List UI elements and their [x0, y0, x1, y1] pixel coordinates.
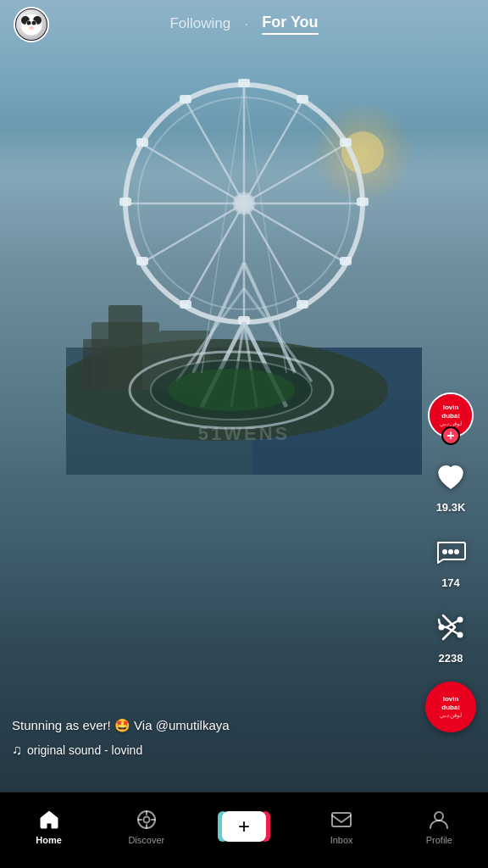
for-you-tab[interactable]: For You — [262, 14, 318, 35]
top-navigation: Following · For You — [0, 0, 488, 47]
svg-point-69 — [435, 812, 443, 821]
like-action[interactable]: 19.3K — [430, 455, 472, 514]
heart-icon[interactable] — [430, 455, 472, 498]
inbox-label: Inbox — [330, 835, 353, 845]
nav-profile[interactable]: Profile — [413, 808, 464, 845]
follow-plus-badge[interactable]: + — [441, 426, 460, 445]
following-tab[interactable]: Following — [169, 15, 230, 32]
svg-point-46 — [168, 369, 295, 411]
bottom-navigation: Home Discover + Inbox — [0, 792, 488, 868]
svg-rect-31 — [180, 300, 191, 309]
svg-point-1 — [341, 131, 384, 174]
nav-create[interactable]: + — [219, 811, 269, 842]
svg-rect-6 — [108, 305, 142, 390]
caption-area: Stunning as ever! 🤩 Via @umutilkaya ♫ or… — [12, 716, 420, 758]
profile-icon — [427, 808, 451, 832]
nav-home[interactable]: Home — [24, 808, 75, 845]
share-icon[interactable] — [430, 606, 472, 648]
svg-point-54 — [32, 21, 36, 25]
sound-disc[interactable]: lovin dubai لوفن دبي — [425, 682, 476, 732]
svg-rect-34 — [136, 138, 148, 147]
avatar-image — [16, 9, 47, 40]
svg-point-56 — [442, 549, 447, 554]
svg-line-17 — [244, 203, 302, 306]
sound-row[interactable]: ♫ original sound - lovind — [12, 743, 420, 758]
ferris-wheel-scene — [66, 51, 422, 475]
svg-line-13 — [244, 101, 302, 203]
comment-count: 174 — [441, 576, 460, 589]
svg-rect-8 — [83, 339, 108, 390]
nav-inbox[interactable]: Inbox — [316, 808, 367, 845]
create-button[interactable]: + — [222, 811, 266, 842]
dubai-label: dubai — [441, 704, 459, 712]
comment-action[interactable]: 174 — [430, 531, 472, 589]
home-label: Home — [36, 835, 62, 845]
svg-point-60 — [458, 632, 463, 638]
svg-point-55 — [29, 26, 34, 30]
svg-rect-32 — [136, 257, 148, 265]
svg-line-47 — [202, 85, 244, 373]
home-icon — [37, 808, 61, 832]
like-count: 19.3K — [436, 501, 466, 514]
create-plus-icon: + — [222, 811, 266, 842]
discover-icon — [135, 808, 158, 832]
lovin-label: lovin — [443, 695, 459, 704]
svg-rect-26 — [340, 138, 352, 147]
sound-text: original sound - lovind — [27, 743, 142, 757]
svg-rect-68 — [332, 813, 351, 826]
svg-rect-33 — [119, 198, 131, 206]
share-count: 2238 — [439, 652, 463, 665]
nav-discover[interactable]: Discover — [121, 808, 172, 845]
music-note-icon: ♫ — [12, 743, 22, 758]
svg-rect-35 — [180, 95, 191, 103]
nav-separator: · — [244, 15, 248, 33]
sound-avatar[interactable]: lovin dubai لوفن دبي — [425, 682, 476, 732]
svg-rect-29 — [297, 300, 308, 309]
caption-text: Stunning as ever! 🤩 Via @umutilkaya — [12, 716, 420, 734]
svg-point-59 — [458, 617, 463, 623]
svg-line-22 — [142, 144, 244, 203]
svg-point-63 — [143, 816, 149, 822]
live-avatar[interactable] — [14, 7, 49, 42]
svg-point-58 — [454, 549, 459, 554]
svg-point-61 — [439, 625, 445, 631]
svg-rect-27 — [357, 198, 369, 206]
inbox-icon — [330, 808, 353, 832]
svg-rect-28 — [340, 257, 352, 265]
svg-point-57 — [448, 549, 453, 554]
action-buttons: lovin dubai لوفن دبي + 19.3K 174 — [425, 392, 476, 732]
svg-point-53 — [27, 21, 31, 25]
arabic-label: لوفن دبي — [440, 712, 463, 719]
discover-label: Discover — [128, 835, 164, 845]
svg-line-16 — [244, 203, 346, 263]
profile-label: Profile — [426, 835, 452, 845]
svg-rect-25 — [297, 95, 308, 103]
comment-icon[interactable] — [430, 531, 472, 573]
svg-line-23 — [186, 101, 244, 203]
svg-line-20 — [142, 203, 244, 263]
creator-avatar-container[interactable]: lovin dubai لوفن دبي + — [428, 392, 474, 438]
share-action[interactable]: 2238 — [430, 606, 472, 665]
svg-line-48 — [244, 85, 286, 373]
svg-line-19 — [186, 203, 244, 306]
